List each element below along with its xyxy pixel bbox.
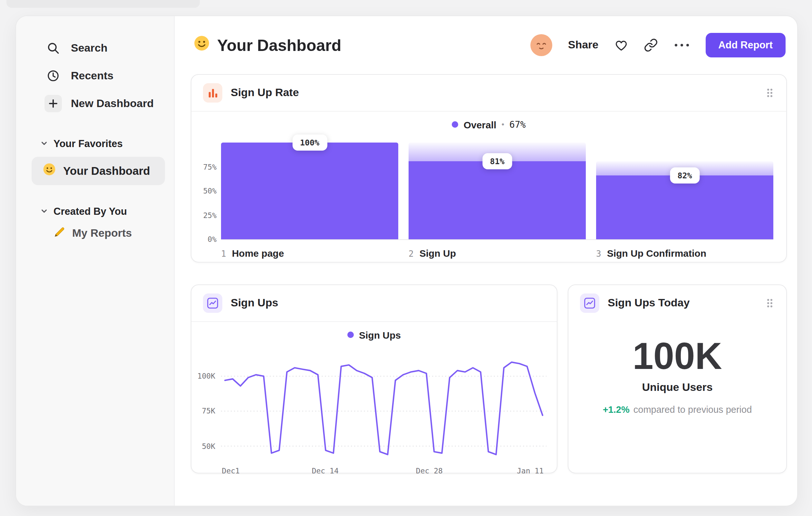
line-chart-icon [203, 294, 222, 313]
big-number-label: Unique Users [642, 381, 713, 394]
chevron-down-icon [40, 138, 48, 150]
funnel-y-tick: 0% [207, 235, 216, 244]
page-title: Your Dashboard [193, 35, 341, 55]
funnel-bar-fill [221, 142, 398, 239]
chevron-down-icon [40, 206, 48, 217]
drag-handle-icon[interactable] [764, 295, 776, 311]
smiley-icon [42, 163, 56, 179]
sidebar-section-your-favorites[interactable]: Your Favorites [16, 138, 174, 150]
line-x-tick: Jan 11 [517, 466, 544, 476]
legend-dot [347, 331, 354, 338]
avatar[interactable] [531, 34, 553, 56]
sidebar-item-search[interactable]: Search [16, 34, 174, 62]
funnel-bar-sign-up-confirmation[interactable]: 82% [596, 142, 773, 239]
window-artifact [6, 0, 200, 8]
funnel-value-chip: 81% [482, 153, 512, 169]
sidebar-section-label: Your Favorites [54, 138, 123, 150]
funnel-step-label: 3 Sign Up Confirmation [596, 248, 773, 259]
funnel-y-tick: 75% [203, 162, 216, 171]
funnel-y-tick: 25% [203, 211, 216, 220]
sidebar-section-created-by-you[interactable]: Created By You [16, 206, 174, 217]
chart-legend[interactable]: Sign Ups [192, 322, 557, 348]
line-chart-icon [580, 294, 599, 313]
chart-legend[interactable]: Overall • 67% [192, 112, 786, 137]
card-title: Sign Up Rate [231, 86, 299, 99]
signup-rate-card: Sign Up Rate Overall • 67% 75%50%25%0% [191, 74, 787, 263]
funnel-bar-fill [409, 161, 586, 239]
funnel-bar-fill [596, 175, 773, 239]
signups-card: Sign Ups Sign Ups 100K75K50K Dec1Dec 14D… [191, 284, 557, 473]
plus-icon [45, 95, 62, 112]
sidebar-item-recents[interactable]: Recents [16, 62, 174, 90]
sidebar-item-label: Recents [71, 69, 113, 82]
main-content: Your Dashboard Share A [175, 16, 797, 506]
legend-separator: • [501, 120, 504, 129]
line-plot-area [221, 353, 547, 461]
funnel-step-label: 2 Sign Up [409, 248, 586, 259]
sidebar-item-label: Your Dashboard [63, 164, 150, 178]
signups-line-svg [221, 353, 547, 461]
sidebar-item-label: My Reports [72, 227, 132, 240]
legend-dot [452, 121, 459, 128]
search-icon [45, 41, 62, 55]
sidebar-section-label: Created By You [54, 206, 127, 217]
page: Search Recents New Dashboard [0, 0, 812, 516]
clock-icon [45, 69, 62, 83]
line-y-tick: 75K [202, 407, 215, 416]
delta-value: +1.2% [603, 404, 630, 415]
funnel-value-chip: 82% [670, 167, 700, 184]
funnel-bar-sign-up[interactable]: 81% [409, 142, 586, 239]
delta-row: +1.2%compared to previous period [603, 404, 752, 415]
line-y-axis: 100K75K50K [194, 353, 221, 461]
line-y-tick: 100K [198, 372, 215, 381]
funnel-bar-home-page[interactable]: 100% [221, 142, 398, 239]
legend-series-name: Overall [464, 119, 497, 130]
page-title-text: Your Dashboard [217, 36, 341, 55]
ellipsis-icon[interactable] [673, 43, 690, 48]
line-x-axis: Dec1Dec 14Dec 28Jan 11 [221, 461, 547, 478]
add-report-button[interactable]: Add Report [705, 33, 786, 57]
delta-note: compared to previous period [634, 404, 752, 415]
smiley-icon [193, 35, 210, 55]
funnel-y-axis: 75%50%25%0% [198, 142, 221, 239]
legend-series-name: Sign Ups [359, 329, 401, 340]
line-x-tick: Dec 28 [416, 466, 443, 476]
link-icon[interactable] [643, 38, 658, 52]
sidebar-item-my-reports[interactable]: My Reports [16, 226, 174, 241]
signups-card-header: Sign Ups [192, 285, 557, 322]
line-chart[interactable]: 100K75K50K Dec1Dec 14Dec 28Jan 11 [192, 348, 557, 478]
card-title: Sign Ups Today [608, 297, 690, 309]
sidebar-item-your-dashboard[interactable]: Your Dashboard [32, 157, 165, 185]
sidebar-item-new-dashboard[interactable]: New Dashboard [16, 90, 174, 117]
legend-value: 67% [510, 119, 526, 130]
heart-icon[interactable] [614, 38, 628, 52]
funnel-y-tick: 50% [203, 186, 216, 195]
share-button[interactable]: Share [568, 39, 599, 52]
big-number-value: 100K [633, 337, 722, 376]
sidebar-item-label: Search [71, 42, 107, 55]
funnel-value-chip: 100% [292, 134, 327, 151]
line-y-tick: 50K [202, 441, 215, 451]
sidebar-item-label: New Dashboard [71, 97, 154, 110]
bar-chart-icon [203, 83, 222, 103]
line-x-tick: Dec1 [222, 466, 240, 476]
header-actions: Share Add Report [531, 33, 787, 57]
signups-today-card-header: Sign Ups Today [569, 285, 786, 321]
line-x-tick: Dec 14 [312, 466, 339, 476]
signup-rate-card-header: Sign Up Rate [192, 75, 786, 112]
sidebar: Search Recents New Dashboard [16, 16, 175, 506]
signups-today-card: Sign Ups Today 100K Unique Users +1.2%co… [568, 284, 787, 473]
funnel-chart: 75%50%25%0% 100% 81% [192, 137, 786, 259]
drag-handle-icon[interactable] [764, 85, 776, 101]
card-title: Sign Ups [231, 297, 278, 309]
pencil-icon [54, 226, 66, 241]
app-window: Search Recents New Dashboard [16, 16, 798, 506]
dashboard-header: Your Dashboard Share A [191, 30, 787, 60]
funnel-step-label: 1 Home page [221, 248, 398, 259]
